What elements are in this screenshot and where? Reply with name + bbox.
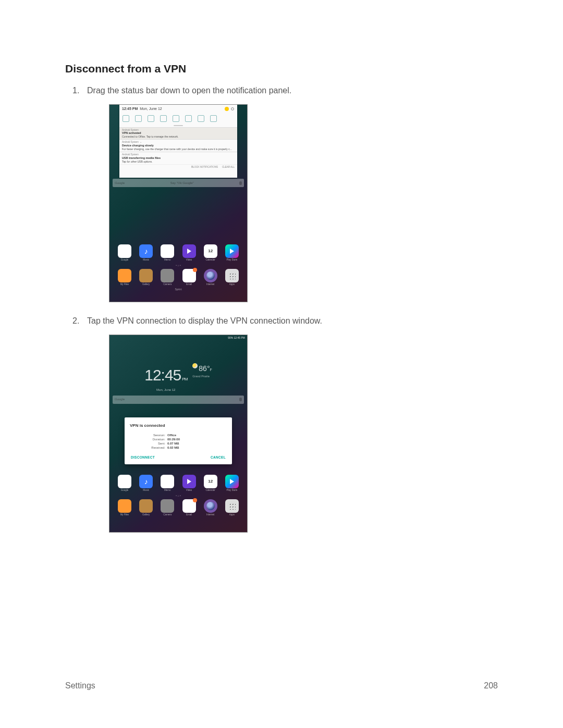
badge-icon — [193, 268, 197, 272]
google-search-bar[interactable]: Google Say "Ok Google" — [113, 179, 244, 187]
app-camera[interactable]: Camera — [158, 269, 176, 287]
clock-time: 12:45 — [144, 366, 181, 384]
row-value: Office — [167, 433, 176, 437]
weather-location: Grand Prairie — [192, 374, 212, 378]
notification-charging[interactable]: Android System ⌄ Device charging slowly … — [119, 139, 237, 152]
app-video[interactable]: Video — [180, 244, 198, 262]
airplane-icon[interactable] — [173, 115, 179, 122]
app-email[interactable]: Email — [180, 269, 198, 287]
flashlight-icon[interactable] — [198, 115, 204, 122]
search-hint: Say "Ok Google" — [170, 181, 194, 186]
carrier-label: Sprint — [114, 288, 243, 292]
apps-grid-icon — [228, 502, 236, 510]
clock-widget: 12:45PM Mon, June 12 86°F Grand Prairie — [109, 341, 247, 392]
footer-page-number: 208 — [484, 681, 498, 690]
globe-icon — [206, 502, 215, 510]
app-apps[interactable]: Apps — [223, 269, 241, 287]
app-email[interactable]: Email — [180, 499, 198, 517]
vpn-dialog: VPN is connected Session:Office Duration… — [125, 417, 232, 464]
home-dock: Google ♪Music Memo Video 12Calendar Play… — [109, 474, 247, 532]
location-icon[interactable] — [185, 115, 192, 122]
bluetooth-icon[interactable] — [148, 115, 154, 122]
sound-icon[interactable] — [135, 115, 142, 122]
steps-list: Drag the status bar down to open the not… — [65, 84, 498, 533]
home-dock: Google ♪Music Memo Video 12Calendar Play… — [109, 243, 247, 302]
footer-section: Settings — [65, 681, 95, 690]
weather-icon — [192, 363, 198, 368]
notification-usb[interactable]: Android System USB transferring media fi… — [119, 152, 237, 164]
row-key: Received: — [130, 446, 167, 450]
row-key: Duration: — [130, 437, 167, 441]
app-calendar[interactable]: 12Calendar — [202, 475, 219, 492]
app-gallery[interactable]: Gallery — [137, 499, 155, 517]
weather-unit: F — [210, 368, 212, 372]
mic-icon[interactable] — [239, 181, 242, 185]
clock-ampm: PM — [182, 377, 187, 381]
screen-icon[interactable] — [210, 115, 217, 122]
notification-vpn[interactable]: Android System VPN activated Connected t… — [119, 127, 237, 140]
panel-header: 12:45 PM Mon, June 12 — [119, 105, 237, 114]
dialog-title: VPN is connected — [130, 423, 227, 429]
brightness-icon[interactable] — [225, 107, 229, 111]
disconnect-button[interactable]: DISCONNECT — [131, 455, 155, 460]
notif-body: For faster charging, use the charger tha… — [122, 147, 235, 151]
app-memo[interactable]: Memo — [158, 244, 176, 262]
apps-grid-icon — [228, 272, 236, 279]
notif-source: Android System — [122, 141, 139, 143]
app-play-store[interactable]: Play Store — [223, 244, 241, 262]
cancel-button[interactable]: CANCEL — [211, 455, 226, 460]
status-right: 90% 12:45 PM — [228, 336, 245, 340]
panel-drag-handle[interactable] — [174, 125, 183, 126]
panel-footer: BLOCK NOTIFICATIONS CLEAR ALL — [119, 164, 237, 170]
row-key: Sent: — [130, 441, 167, 446]
app-internet[interactable]: Internet — [202, 269, 219, 287]
app-play-store[interactable]: Play Store — [223, 475, 241, 492]
row-value: 00:29:00 — [167, 437, 180, 441]
row-key: Session: — [130, 433, 167, 437]
weather-temp: 86° — [199, 364, 210, 373]
app-my-files[interactable]: My Files — [116, 499, 133, 517]
google-search-bar[interactable]: Google — [113, 396, 244, 404]
notif-title: USB transferring media files — [122, 156, 235, 160]
step-2-text: Tap the VPN connection to display the VP… — [87, 316, 322, 325]
app-video[interactable]: Video — [180, 475, 198, 492]
mic-icon[interactable] — [239, 398, 242, 401]
app-gallery[interactable]: Gallery — [137, 269, 155, 287]
google-logo: Google — [115, 181, 125, 186]
step-1: Drag the status bar down to open the not… — [65, 84, 498, 302]
weather-widget: 86°F Grand Prairie — [192, 363, 212, 378]
badge-icon — [193, 498, 197, 502]
app-music[interactable]: ♪Music — [137, 475, 155, 492]
globe-icon — [206, 272, 215, 280]
screenshot-vpn-dialog: 90% 12:45 PM 12:45PM Mon, June 12 86°F G… — [109, 335, 248, 533]
notif-body: Connected to Office. Tap to manage the n… — [122, 135, 235, 138]
panel-time: 12:45 PM — [122, 107, 138, 110]
app-apps[interactable]: Apps — [223, 499, 241, 517]
quick-settings-row — [119, 114, 237, 124]
app-camera[interactable]: Camera — [158, 499, 176, 517]
status-bar: 90% 12:45 PM — [109, 335, 247, 341]
rotate-icon[interactable] — [160, 115, 167, 122]
wifi-icon[interactable] — [123, 115, 129, 122]
google-logo: Google — [115, 397, 125, 402]
clock-date: Mon, June 12 — [144, 388, 187, 392]
step-2: Tap the VPN connection to display the VP… — [65, 315, 498, 533]
app-google[interactable]: Google — [116, 475, 133, 492]
app-calendar[interactable]: 12Calendar — [202, 244, 219, 262]
row-value: 0.02 MB — [167, 446, 179, 450]
app-google[interactable]: Google — [116, 244, 133, 262]
section-heading: Disconnect from a VPN — [65, 63, 498, 75]
block-notifications-link[interactable]: BLOCK NOTIFICATIONS — [191, 166, 218, 169]
notif-body: Tap for other USB options. — [122, 160, 235, 163]
app-internet[interactable]: Internet — [202, 499, 219, 517]
app-music[interactable]: ♪Music — [137, 244, 155, 262]
row-value: 0.07 MB — [167, 441, 179, 446]
notif-title: VPN activated — [122, 131, 235, 135]
clear-all-link[interactable]: CLEAR ALL — [222, 166, 235, 169]
gear-icon[interactable] — [230, 107, 235, 111]
notif-title: Device charging slowly — [122, 144, 235, 147]
screenshot-notification-panel: 12:45 PM Mon, June 12 — [109, 104, 248, 302]
page-indicator: • ⌂ • — [114, 263, 243, 268]
app-my-files[interactable]: My Files — [116, 269, 133, 287]
app-memo[interactable]: Memo — [158, 475, 176, 492]
